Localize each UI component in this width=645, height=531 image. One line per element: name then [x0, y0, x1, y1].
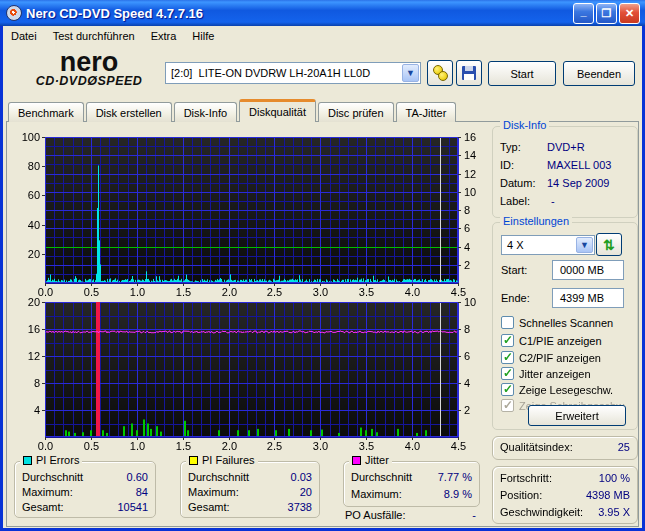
window-title: Nero CD-DVD Speed 4.7.7.16 — [26, 6, 203, 21]
disk-type-value: DVD+R — [547, 141, 592, 153]
checkbox-box — [501, 367, 514, 380]
title-bar[interactable]: Nero CD-DVD Speed 4.7.7.16 _ ❐ ✕ — [0, 0, 645, 26]
menu-bar: Datei Test durchführen Extra Hilfe — [3, 26, 642, 46]
options-button[interactable] — [427, 60, 453, 86]
tab-strip: Benchmark Disk erstellen Disk-Info Diskq… — [8, 99, 458, 122]
progress-value: 100 % — [599, 472, 637, 484]
stat-label: Maximum: — [15, 486, 73, 498]
nero-logo: nero CD·DVDØSPEED — [13, 50, 165, 88]
checkbox-c2-pif[interactable]: C2/PIF anzeigen — [501, 350, 601, 365]
checkbox-c1-pie[interactable]: C1/PIE anzeigen — [501, 333, 602, 348]
checkbox-jitter[interactable]: Jitter anzeigen — [501, 366, 591, 381]
checkbox-box — [501, 351, 514, 364]
disk-date-label: Datum: — [493, 177, 535, 189]
settings-group: Einstellungen 4 X ▼ ⇅ Start: 0000 MB End… — [492, 222, 638, 430]
po-failures-row: PO Ausfälle: - — [343, 509, 480, 521]
disk-label-value: - — [551, 195, 562, 207]
chevron-down-icon[interactable]: ▼ — [576, 237, 593, 253]
checkbox-box — [501, 334, 514, 347]
speed-value: 3.95 X — [598, 506, 637, 518]
tab-disk-info[interactable]: Disk-Info — [174, 102, 237, 122]
drive-selector[interactable]: [2:0] LITE-ON DVDRW LH-20A1H LL0D ▼ — [165, 62, 421, 84]
close-button[interactable]: ✕ — [619, 3, 640, 24]
app-icon — [6, 5, 22, 21]
speed-label: Geschwindigkeit: — [493, 506, 583, 518]
tab-diskqualitaet[interactable]: Diskqualität — [239, 99, 316, 122]
jitter-color-swatch — [352, 456, 361, 465]
disk-info-group: Disk-Info Typ:DVD+R ID:MAXELL 003 Datum:… — [492, 126, 638, 218]
quality-index-box: Qualitätsindex: 25 — [492, 436, 638, 460]
pi-errors-stats: PI Errors Durchschnitt0.60 Maximum:84 Ge… — [14, 461, 156, 518]
tab-disk-erstellen[interactable]: Disk erstellen — [86, 102, 172, 122]
menu-hilfe[interactable]: Hilfe — [184, 28, 222, 44]
jitter-stats: Jitter Durchschnitt7.77 % Maximum:8.9 % — [343, 461, 480, 507]
stat-label: Gesamt: — [15, 501, 64, 513]
checkbox-schnelles-scannen[interactable]: Schnelles Scannen — [501, 315, 613, 330]
checkbox-label: Jitter anzeigen — [519, 368, 591, 380]
tab-ta-jitter[interactable]: TA-Jitter — [396, 102, 457, 122]
pi-errors-title: PI Errors — [36, 454, 79, 466]
stat-value: 84 — [136, 486, 155, 498]
quality-index-label: Qualitätsindex: — [493, 441, 573, 453]
pi-errors-color-swatch — [23, 456, 32, 465]
app-window: Nero CD-DVD Speed 4.7.7.16 _ ❐ ✕ Datei T… — [0, 0, 645, 531]
position-label: Position: — [493, 489, 542, 501]
client-area: Datei Test durchführen Extra Hilfe nero … — [3, 26, 642, 528]
disk-type-label: Typ: — [493, 141, 521, 153]
checkbox-label: C2/PIF anzeigen — [519, 352, 601, 364]
checkbox-label: Schnelles Scannen — [519, 317, 613, 329]
stat-label: Durchschnitt — [344, 471, 412, 483]
disk-date-value: 14 Sep 2009 — [547, 177, 616, 189]
disk-id-label: ID: — [493, 159, 514, 171]
checkbox-label: C1/PIE anzeigen — [519, 335, 602, 347]
start-button[interactable]: Start — [488, 61, 556, 86]
stat-value: 0.03 — [291, 471, 319, 483]
pi-failures-color-swatch — [189, 456, 198, 465]
maximize-button[interactable]: ❐ — [596, 3, 617, 24]
progress-label: Fortschritt: — [493, 472, 552, 484]
checkbox-label: Zeige Lesegeschw. — [519, 384, 613, 396]
floppy-disk-icon — [462, 66, 476, 80]
checkbox-box — [501, 383, 514, 396]
checkbox-lesegeschw[interactable]: Zeige Lesegeschw. — [501, 382, 613, 397]
pi-errors-chart — [5, 122, 491, 300]
po-failures-label: PO Ausfälle: — [343, 509, 406, 521]
disk-info-title: Disk-Info — [500, 119, 549, 131]
advanced-button[interactable]: Erweitert — [528, 405, 626, 426]
start-field-label: Start: — [501, 264, 527, 276]
stat-value: 0.60 — [127, 471, 155, 483]
disk-id-value: MAXELL 003 — [547, 159, 618, 171]
stat-label: Durchschnitt — [15, 471, 83, 483]
menu-test-durchfuehren[interactable]: Test durchführen — [45, 28, 143, 44]
stat-label: Gesamt: — [181, 501, 230, 513]
stat-value: 7.77 % — [438, 471, 479, 483]
speed-selector-value: 4 X — [502, 239, 575, 251]
chevron-down-icon[interactable]: ▼ — [402, 64, 419, 82]
minimize-button[interactable]: _ — [573, 3, 594, 24]
stat-label: Maximum: — [344, 488, 402, 500]
tab-benchmark[interactable]: Benchmark — [8, 102, 84, 122]
save-button[interactable] — [456, 60, 482, 86]
pi-failures-title: PI Failures — [202, 454, 255, 466]
position-value: 4398 MB — [586, 489, 637, 501]
settings-title: Einstellungen — [500, 215, 572, 227]
speed-selector[interactable]: 4 X ▼ — [501, 235, 595, 255]
refresh-icon: ⇅ — [603, 238, 615, 252]
refresh-button[interactable]: ⇅ — [596, 233, 622, 256]
tab-disc-pruefen[interactable]: Disc prüfen — [318, 102, 394, 122]
coins-icon — [433, 65, 448, 81]
start-field[interactable]: 0000 MB — [552, 260, 624, 280]
end-field[interactable]: 4399 MB — [552, 288, 624, 308]
progress-box: Fortschritt:100 % Position:4398 MB Gesch… — [492, 466, 638, 524]
nero-logo-subtitle: CD·DVDØSPEED — [13, 74, 165, 88]
po-failures-value: - — [472, 509, 480, 521]
menu-datei[interactable]: Datei — [3, 28, 45, 44]
stat-value: 20 — [300, 486, 319, 498]
stat-label: Maximum: — [181, 486, 239, 498]
menu-extra[interactable]: Extra — [143, 28, 185, 44]
stat-value: 3738 — [288, 501, 319, 513]
disk-label-label: Label: — [493, 195, 530, 207]
jitter-title: Jitter — [365, 454, 389, 466]
quit-button[interactable]: Beenden — [563, 61, 635, 86]
stat-value: 8.9 % — [444, 488, 479, 500]
